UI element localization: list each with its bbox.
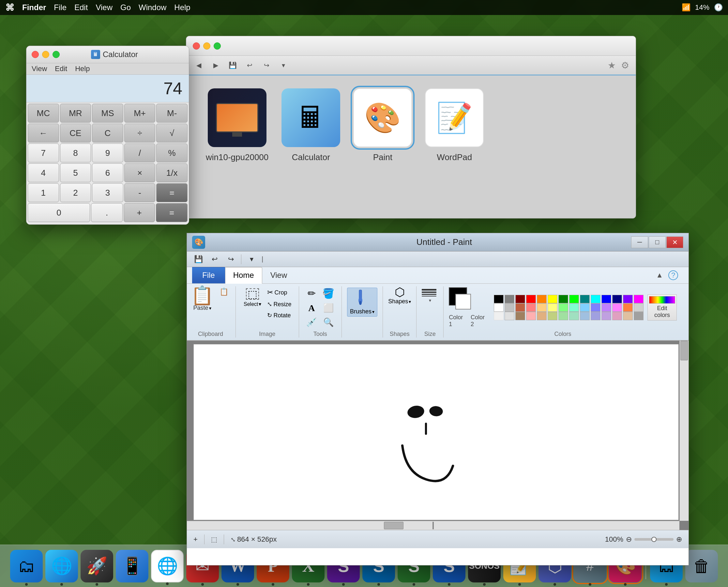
swatch-peach[interactable] <box>537 303 547 312</box>
paint-tab-view[interactable]: View <box>262 267 296 283</box>
swatch-cyan[interactable] <box>591 295 601 303</box>
paint-maximize-button[interactable]: □ <box>649 236 666 248</box>
calc-1-button[interactable]: 1 <box>28 183 59 202</box>
paint-redo-quick-button[interactable]: ↪ <box>225 253 237 265</box>
swatch-teal[interactable] <box>580 295 590 303</box>
calc-mminus-button[interactable]: M- <box>156 104 188 123</box>
launcher-minimize-button[interactable] <box>203 42 210 50</box>
swatch-offwhite[interactable] <box>494 312 503 320</box>
calc-reciprocal-button[interactable]: 1/x <box>156 163 188 182</box>
calc-mr-button[interactable]: MR <box>60 104 91 123</box>
dock-item-appstore[interactable]: 📱 <box>116 550 148 582</box>
text-tool[interactable]: A <box>304 302 319 315</box>
launcher-favorite-button[interactable]: ★ <box>608 60 616 71</box>
swatch-green[interactable] <box>558 295 568 303</box>
calc-8-button[interactable]: 8 <box>60 143 91 162</box>
menu-go[interactable]: Go <box>120 3 131 12</box>
dock-item-trash[interactable]: 🗑 <box>685 550 718 582</box>
calc-mc-button[interactable]: MC <box>28 104 59 123</box>
launcher-app-win10[interactable]: win10-gpu20000 <box>206 88 268 162</box>
calc-multiply-button[interactable]: × <box>124 163 156 182</box>
swatch-lavendermid[interactable] <box>591 312 601 320</box>
select-tool[interactable]: ⬚ Select ▾ <box>241 286 264 320</box>
ribbon-help-icon[interactable]: ? <box>668 271 678 280</box>
swatch-medgray[interactable] <box>634 312 643 320</box>
edit-colors-button[interactable]: Edit colors <box>648 295 677 321</box>
calculator-close-button[interactable] <box>32 51 39 58</box>
calc-6-button[interactable]: 6 <box>92 163 123 182</box>
size-dropdown[interactable]: ▾ <box>429 298 431 303</box>
swatch-navy[interactable] <box>612 295 622 303</box>
ribbon-collapse-icon[interactable]: ▲ <box>656 271 663 280</box>
brushes-dropdown[interactable]: ▾ <box>372 309 374 314</box>
launcher-settings-button[interactable]: ⚙ <box>621 60 629 71</box>
calc-mplus-button[interactable]: M+ <box>124 104 156 123</box>
apple-menu[interactable]: ⌘ <box>5 2 14 13</box>
dock-item-safari[interactable]: 🌐 <box>45 550 78 582</box>
eraser-tool[interactable]: ⬜ <box>320 302 336 314</box>
swatch-brown[interactable] <box>515 303 525 312</box>
swatch-skyblue[interactable] <box>580 303 590 312</box>
dock-item-chrome[interactable]: 🌐 <box>151 550 184 582</box>
swatch-yellowgreen[interactable] <box>548 312 558 320</box>
calc-c-button[interactable]: C <box>92 124 123 142</box>
calc-7-button[interactable]: 7 <box>28 143 59 162</box>
paint-tab-home[interactable]: Home <box>225 267 262 284</box>
calc-plus-button[interactable]: + <box>124 203 155 222</box>
paint-add-button[interactable]: + <box>193 535 198 544</box>
swatch-purple[interactable] <box>623 295 633 303</box>
launcher-app-wordpad[interactable]: 📝 WordPad <box>425 88 484 162</box>
calc-2-button[interactable]: 2 <box>60 183 91 202</box>
shapes-dropdown[interactable]: ▾ <box>409 299 411 304</box>
calc-menu-edit[interactable]: Edit <box>55 65 67 73</box>
resize-tool[interactable]: ⤡ Resize <box>265 299 293 309</box>
menu-help[interactable]: Help <box>174 3 190 12</box>
menu-edit[interactable]: Edit <box>74 3 88 12</box>
swatch-periwinkle[interactable] <box>591 303 601 312</box>
color2-swatch[interactable] <box>455 294 471 309</box>
swatch-tan[interactable] <box>515 312 525 320</box>
swatch-mauve[interactable] <box>602 312 611 320</box>
paint-scrollbar-horizontal[interactable] <box>187 521 679 530</box>
launcher-dropdown-button[interactable]: ▾ <box>278 60 289 71</box>
zoom-slider[interactable] <box>634 538 674 541</box>
menu-view[interactable]: View <box>96 3 113 12</box>
paint-save-quick-button[interactable]: 💾 <box>192 253 205 265</box>
swatch-salmon[interactable] <box>526 303 536 312</box>
swatch-lightgreen[interactable] <box>558 303 568 312</box>
calculator-maximize-button[interactable] <box>52 51 60 58</box>
calc-slash-button[interactable]: / <box>124 143 156 162</box>
paint-customize-quick-button[interactable]: ▾ <box>245 253 258 265</box>
calc-3-button[interactable]: 3 <box>92 183 123 202</box>
swatch-magenta[interactable] <box>634 295 643 303</box>
fill-tool[interactable]: 🪣 <box>320 286 336 300</box>
launcher-undo-button[interactable]: ↩ <box>244 60 255 71</box>
zoom-in-button[interactable]: ⊕ <box>676 535 682 544</box>
swatch-blush[interactable] <box>612 312 622 320</box>
zoom-out-button[interactable]: ⊖ <box>626 535 632 544</box>
crop-tool[interactable]: ✂ Crop <box>265 287 293 298</box>
menu-file[interactable]: File <box>54 3 67 12</box>
swatch-gray[interactable] <box>504 295 514 303</box>
swatch-yellow[interactable] <box>548 295 558 303</box>
swatch-palegreen[interactable] <box>558 312 568 320</box>
calc-divide-button[interactable]: ÷ <box>124 124 156 142</box>
launcher-maximize-button[interactable] <box>214 42 221 50</box>
paste-from-tool[interactable]: 📋 <box>217 286 230 298</box>
paint-scrollbar-vertical[interactable] <box>679 341 688 521</box>
paint-undo-quick-button[interactable]: ↩ <box>208 253 221 265</box>
launcher-save-button[interactable]: 💾 <box>227 60 238 71</box>
calc-percent-button[interactable]: % <box>156 143 188 162</box>
calc-dot-button[interactable]: . <box>91 203 123 222</box>
calc-menu-help[interactable]: Help <box>75 65 90 73</box>
launcher-app-paint[interactable]: 🎨 Paint <box>353 88 412 162</box>
launcher-close-button[interactable] <box>193 42 200 50</box>
swatch-white[interactable] <box>494 303 503 312</box>
calc-ms-button[interactable]: MS <box>92 104 123 123</box>
launcher-app-calculator[interactable]: 🖩 Calculator <box>281 88 340 162</box>
paste-tool[interactable]: 📋 Paste ▾ <box>191 286 214 311</box>
calc-4-button[interactable]: 4 <box>28 163 59 182</box>
swatch-darkred[interactable] <box>515 295 525 303</box>
swatch-sandybrown[interactable] <box>537 312 547 320</box>
shapes-tool[interactable]: ⬡ Shapes ▾ <box>388 286 411 305</box>
